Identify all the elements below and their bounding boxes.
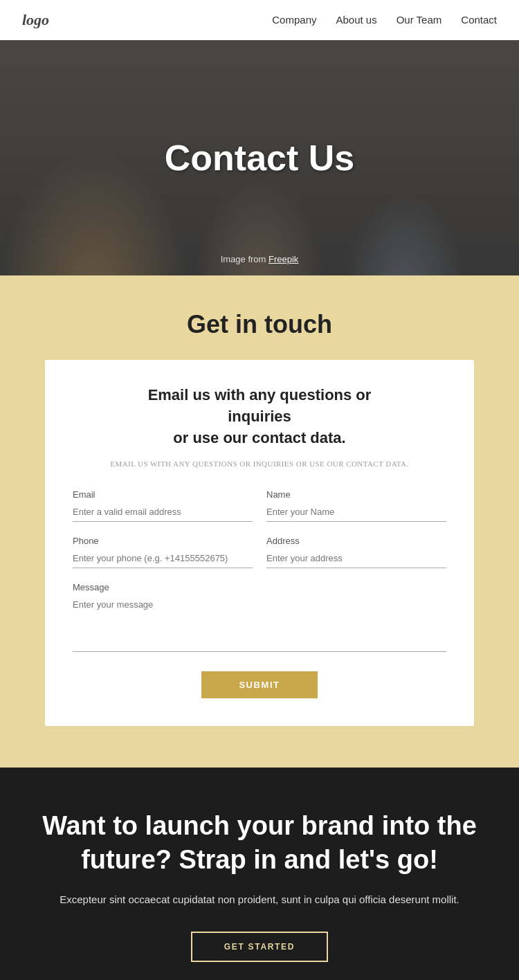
message-textarea[interactable] <box>73 597 446 652</box>
contact-form: Email Name Phone Address <box>73 489 446 698</box>
contact-section: Get in touch Email us with any questions… <box>0 275 519 768</box>
hero-image-credit: Image from Freepik <box>221 254 299 264</box>
phone-label: Phone <box>73 536 253 546</box>
hero-freepik-link[interactable]: Freepik <box>268 254 298 264</box>
form-row-email-name: Email Name <box>73 489 446 522</box>
address-group: Address <box>266 536 446 568</box>
form-row-phone-address: Phone Address <box>73 536 446 568</box>
nav-link-contact[interactable]: Contact <box>461 14 497 26</box>
get-started-button[interactable]: GET STARTED <box>191 932 328 962</box>
nav-link-company[interactable]: Company <box>272 14 316 26</box>
email-group: Email <box>73 489 253 522</box>
form-card-title: Email us with any questions or inquiries… <box>73 385 446 448</box>
phone-input[interactable] <box>73 550 253 568</box>
cta-section: Want to launch your brand into the futur… <box>0 768 519 980</box>
phone-group: Phone <box>73 536 253 568</box>
address-input[interactable] <box>266 550 446 568</box>
main-nav: logo Company About us Our Team Contact <box>0 0 519 40</box>
logo: logo <box>22 11 49 29</box>
email-label: Email <box>73 489 253 500</box>
hero-content: Contact Us <box>165 137 354 179</box>
contact-form-card: Email us with any questions or inquiries… <box>45 360 474 726</box>
name-label: Name <box>266 489 446 500</box>
email-input[interactable] <box>73 504 253 522</box>
name-input[interactable] <box>266 504 446 522</box>
address-label: Address <box>266 536 446 546</box>
nav-links: Company About us Our Team Contact <box>272 14 497 26</box>
form-submit-row: SUBMIT <box>73 671 446 698</box>
submit-button[interactable]: SUBMIT <box>201 671 317 698</box>
cta-subtitle: Excepteur sint occaecat cupidatat non pr… <box>42 891 477 908</box>
hero-title: Contact Us <box>165 137 354 179</box>
form-card-subtitle: EMAIL US WITH ANY QUESTIONS OR INQUIRIES… <box>73 458 446 470</box>
hero-section: Contact Us Image from Freepik <box>0 40 519 275</box>
section-title: Get in touch <box>187 310 332 339</box>
message-label: Message <box>73 582 446 592</box>
nav-link-aboutus[interactable]: About us <box>336 14 376 26</box>
cta-title: Want to launch your brand into the futur… <box>42 809 477 878</box>
nav-link-ourteam[interactable]: Our Team <box>397 14 442 26</box>
cta-content: Want to launch your brand into the futur… <box>42 809 477 962</box>
message-group: Message <box>73 582 446 652</box>
name-group: Name <box>266 489 446 522</box>
